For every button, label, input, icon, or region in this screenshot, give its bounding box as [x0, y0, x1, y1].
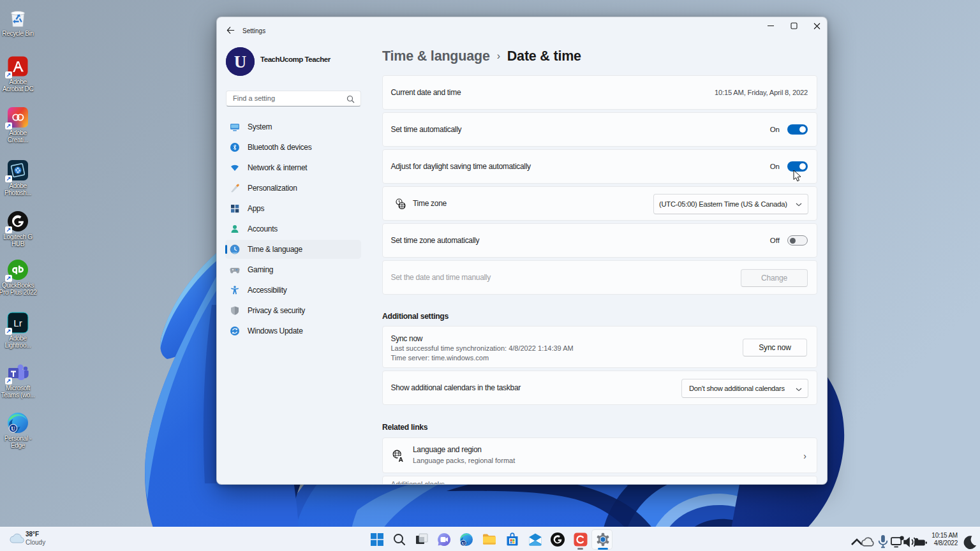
svg-text:U: U [462, 541, 465, 545]
svg-text:Lr: Lr [13, 318, 22, 328]
svg-text:U: U [11, 425, 15, 432]
svg-text:U: U [234, 52, 247, 71]
